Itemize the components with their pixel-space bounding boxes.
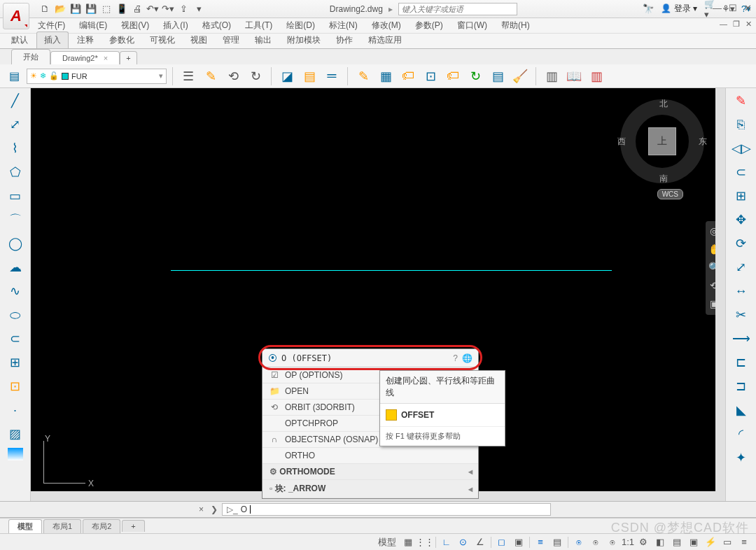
redo-icon[interactable]: ↷▾ bbox=[162, 3, 174, 15]
hatch-tool-icon[interactable]: ▨ bbox=[4, 424, 27, 444]
copy-tool-icon[interactable]: ⎘ bbox=[730, 115, 752, 134]
layer-dropdown[interactable]: ☀ ❄ 🔓 FUR ▾ bbox=[27, 69, 167, 84]
viewcube-north[interactable]: 北 bbox=[659, 98, 668, 110]
suggest-ortho[interactable]: ORTHO bbox=[262, 448, 478, 464]
array-tool-icon[interactable]: ⊞ bbox=[730, 186, 752, 206]
revcloud-tool-icon[interactable]: ☁ bbox=[4, 258, 27, 277]
rtab-collab[interactable]: 协作 bbox=[329, 32, 360, 48]
maximize-icon[interactable]: ☐ bbox=[729, 3, 737, 13]
isodraft-icon[interactable]: ∠ bbox=[472, 535, 488, 549]
layer-props-icon[interactable]: ▤ bbox=[4, 66, 24, 86]
arc-tool-icon[interactable]: ⌒ bbox=[4, 210, 27, 230]
cmdline-history-icon[interactable]: ❯ bbox=[211, 505, 218, 514]
menu-modify[interactable]: 修改(M) bbox=[366, 18, 407, 33]
doc-min-icon[interactable]: — bbox=[720, 20, 727, 29]
polar-toggle-icon[interactable]: ⊙ bbox=[456, 535, 471, 549]
menu-insert[interactable]: 插入(I) bbox=[158, 18, 193, 33]
polygon-tool-icon[interactable]: ⬠ bbox=[4, 162, 27, 182]
web-icon[interactable]: ⬚ bbox=[101, 3, 112, 15]
doc-close-icon[interactable]: ✕ bbox=[746, 20, 752, 29]
help-search[interactable] bbox=[398, 3, 517, 15]
autoscale-icon[interactable]: ⍟ bbox=[605, 535, 620, 549]
layer-iso-icon[interactable]: ↻ bbox=[246, 66, 265, 86]
prop-color-icon[interactable]: ◪ bbox=[277, 66, 297, 86]
menu-draw[interactable]: 绘图(D) bbox=[281, 18, 321, 33]
layer-states-icon[interactable]: ☰ bbox=[178, 66, 198, 86]
suggest-orthomode[interactable]: ⚙ ORTHOMODE◂ bbox=[262, 464, 478, 480]
app-logo[interactable]: A bbox=[3, 3, 29, 29]
layer-prev-icon[interactable]: ✎ bbox=[201, 66, 220, 86]
rtab-output[interactable]: 输出 bbox=[248, 32, 279, 48]
rtab-visual[interactable]: 可视化 bbox=[143, 32, 182, 48]
stretch-tool-icon[interactable]: ↔ bbox=[730, 281, 752, 301]
prop-lineweight-icon[interactable]: ═ bbox=[322, 66, 342, 86]
annomonitor-icon[interactable]: ▤ bbox=[669, 535, 685, 549]
lwt-toggle-icon[interactable]: ≡ bbox=[533, 535, 548, 549]
globe-icon[interactable]: 🌐 bbox=[462, 353, 472, 363]
undo-icon[interactable]: ↶▾ bbox=[147, 3, 158, 15]
menu-help[interactable]: 帮助(H) bbox=[496, 18, 536, 33]
cleanscreen-icon[interactable]: ▭ bbox=[720, 535, 735, 549]
join-tool-icon[interactable]: ⊐ bbox=[730, 376, 752, 396]
rectangle-tool-icon[interactable]: ▭ bbox=[4, 186, 27, 206]
canvas-vscroll[interactable] bbox=[715, 88, 725, 501]
offset-tool-icon[interactable]: ⊂ bbox=[730, 162, 752, 182]
xline-tool-icon[interactable]: ⤢ bbox=[4, 115, 27, 134]
drawing-canvas[interactable]: 上 北 南 东 西 WCS ◎ ✋ 🔍 ⟲ ▣ X Y ⦿ O (OFFSET)… bbox=[31, 88, 725, 501]
block-edit-icon[interactable]: 🏷 bbox=[443, 66, 463, 86]
doc-restore-icon[interactable]: ❐ bbox=[733, 20, 740, 29]
block-create-icon[interactable]: ▤ bbox=[488, 66, 507, 86]
suggest-block-arrow[interactable]: ▫ 块: _ARROW◂ bbox=[262, 480, 478, 498]
tag-icon[interactable]: 🏷 bbox=[398, 66, 418, 86]
tab-start[interactable]: 开始 bbox=[11, 49, 50, 64]
viewcube-east[interactable]: 东 bbox=[699, 136, 707, 148]
rtab-view[interactable]: 视图 bbox=[183, 32, 214, 48]
drawn-entity-line[interactable] bbox=[171, 270, 612, 271]
broom-icon[interactable]: 🧹 bbox=[510, 66, 530, 86]
ortho-toggle-icon[interactable]: ∟ bbox=[439, 535, 454, 549]
erase-tool-icon[interactable]: ✎ bbox=[730, 91, 752, 111]
block-icon[interactable]: ✎ bbox=[354, 66, 373, 86]
scale-tool-icon[interactable]: ⤢ bbox=[730, 258, 752, 277]
mirror-tool-icon[interactable]: ◁▷ bbox=[730, 139, 752, 158]
binoculars-icon[interactable]: 🔭 bbox=[643, 3, 654, 15]
workspace-switch-icon[interactable]: ◧ bbox=[652, 535, 668, 549]
rtab-insert[interactable]: 插入 bbox=[36, 31, 69, 48]
close-icon[interactable]: ✕ bbox=[744, 3, 752, 13]
extend-tool-icon[interactable]: ⟶ bbox=[730, 329, 752, 348]
trim-tool-icon[interactable]: ✂ bbox=[730, 305, 752, 325]
point-tool-icon[interactable]: · bbox=[4, 400, 27, 420]
spline-tool-icon[interactable]: ∿ bbox=[4, 281, 27, 301]
command-input[interactable]: ▷_ O bbox=[222, 503, 551, 516]
rtab-default[interactable]: 默认 bbox=[4, 32, 35, 48]
chamfer-tool-icon[interactable]: ◣ bbox=[730, 400, 752, 420]
annoscale-icon[interactable]: ⍟ bbox=[571, 535, 587, 549]
palette2-icon[interactable]: 📖 bbox=[564, 66, 584, 86]
save-icon[interactable]: 💾 bbox=[70, 3, 81, 15]
menu-file[interactable]: 文件(F) bbox=[32, 18, 71, 33]
palette1-icon[interactable]: ▥ bbox=[542, 66, 561, 86]
osnap-toggle-icon[interactable]: ◻ bbox=[494, 535, 510, 549]
menu-edit[interactable]: 编辑(E) bbox=[74, 18, 113, 33]
prop-linetype-icon[interactable]: ▤ bbox=[300, 66, 319, 86]
custom-icon[interactable]: ≡ bbox=[736, 535, 752, 549]
block-point-icon[interactable]: ⊡ bbox=[421, 66, 440, 86]
3dosnap-icon[interactable]: ▣ bbox=[511, 535, 526, 549]
menu-view[interactable]: 视图(V) bbox=[115, 18, 155, 33]
rtab-addons[interactable]: 附加模块 bbox=[280, 32, 328, 48]
annoviz-icon[interactable]: ⍟ bbox=[588, 535, 603, 549]
tab-add[interactable]: + bbox=[120, 51, 136, 64]
block-grid-icon[interactable]: ▦ bbox=[376, 66, 396, 86]
palette3-icon[interactable]: ▥ bbox=[587, 66, 606, 86]
saveas-icon[interactable]: 💾 bbox=[85, 3, 97, 15]
gradient-tool-icon[interactable] bbox=[8, 448, 23, 460]
menu-param[interactable]: 参数(P) bbox=[410, 18, 449, 33]
move-tool-icon[interactable]: ✥ bbox=[730, 210, 752, 230]
break-tool-icon[interactable]: ⊏ bbox=[730, 353, 752, 372]
rtab-param[interactable]: 参数化 bbox=[102, 32, 141, 48]
cmdline-close-icon[interactable]: × bbox=[196, 505, 206, 514]
layout-2[interactable]: 布局2 bbox=[83, 519, 120, 533]
plot-icon[interactable]: 🖨 bbox=[132, 3, 143, 15]
menu-dim[interactable]: 标注(N) bbox=[323, 18, 363, 33]
ellipsearc-tool-icon[interactable]: ⊂ bbox=[4, 329, 27, 348]
